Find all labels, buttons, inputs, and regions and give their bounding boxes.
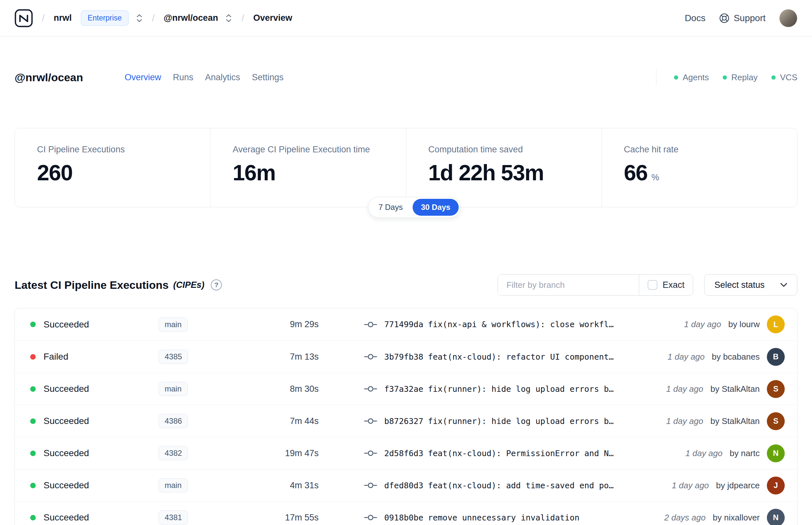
select-status-label: Select status <box>714 280 765 290</box>
stat-label: Average CI Pipeline Execution time <box>232 145 406 155</box>
branch-badge: 4382 <box>158 446 188 460</box>
table-row[interactable]: Failed 4385 7m 13s 3b79fb38feat(nx-cloud… <box>15 341 797 373</box>
indicator-label: Replay <box>732 73 758 82</box>
help-icon[interactable]: ? <box>211 280 222 290</box>
tab-runs[interactable]: Runs <box>173 73 193 82</box>
commit-subject: fix(runner): hide log upload errors b… <box>428 417 614 426</box>
top-nav: / nrwl Enterprise / @nrwl/ocean / Overvi… <box>0 0 812 36</box>
docs-link[interactable]: Docs <box>685 13 705 24</box>
status-dot-icon <box>771 75 776 79</box>
commit-message: 0918b0beremove unnecessary invalidation <box>384 513 580 522</box>
support-link[interactable]: Support <box>719 13 766 24</box>
author-label: by jdpearce <box>716 480 760 491</box>
relative-time: 1 day ago <box>668 352 704 362</box>
commit-message: 3b79fb38feat(nx-cloud): refactor UI comp… <box>384 352 614 362</box>
git-commit-icon <box>364 481 377 490</box>
status-dot <box>30 483 36 488</box>
tab-analytics[interactable]: Analytics <box>205 73 240 82</box>
git-commit-icon <box>364 385 377 393</box>
tab-settings[interactable]: Settings <box>252 73 284 82</box>
range-30-days-button[interactable]: 30 Days <box>413 199 459 216</box>
commit-message: 771499dafix(nx-api & workflows): close w… <box>384 320 614 329</box>
support-label: Support <box>734 13 766 24</box>
duration-label: 17m 55s <box>241 513 319 523</box>
commit-subject: feat(nx-cloud): add time-saved end po… <box>428 481 614 490</box>
divider <box>656 69 656 86</box>
status-label: Succeeded <box>44 512 89 523</box>
status-dot <box>30 354 36 360</box>
branch-filter-input[interactable] <box>498 274 639 295</box>
indicator-label: VCS <box>780 73 797 82</box>
exact-label: Exact <box>663 280 685 290</box>
indicator-agents[interactable]: Agents <box>674 73 709 82</box>
breadcrumb-org[interactable]: nrwl <box>53 13 72 23</box>
user-avatar[interactable] <box>779 9 797 27</box>
indicator-label: Agents <box>683 73 709 82</box>
relative-time: 1 day ago <box>685 448 722 459</box>
workspace-header: @nrwl/ocean Overview Runs Analytics Sett… <box>0 69 812 86</box>
status-dot <box>30 386 36 392</box>
stat-ci-executions: CI Pipeline Executions 260 <box>15 128 210 207</box>
commit-subject: remove unnecessary invalidation <box>428 513 580 522</box>
select-status-button[interactable]: Select status <box>704 274 797 296</box>
commit-hash: 771499da <box>384 320 423 329</box>
table-row[interactable]: Succeeded main 4m 31s dfed80d3feat(nx-cl… <box>15 469 797 501</box>
stat-time-saved: Computation time saved 1d 22h 53m <box>406 128 601 207</box>
status-dot-icon <box>674 75 678 79</box>
page-title: @nrwl/ocean <box>15 71 83 84</box>
status-label: Succeeded <box>44 480 89 491</box>
duration-label: 9m 29s <box>241 319 319 329</box>
row-avatar: N <box>767 509 785 525</box>
cipe-table: Succeeded main 9m 29s 771499dafix(nx-api… <box>15 308 797 525</box>
status-dot-icon <box>723 75 727 79</box>
branch-badge: 4385 <box>158 349 188 364</box>
table-row[interactable]: Succeeded main 8m 30s f37a32aefix(runner… <box>15 373 797 405</box>
status-label: Succeeded <box>44 448 89 459</box>
table-row[interactable]: Succeeded 4386 7m 44s b8726327fix(runner… <box>15 405 797 437</box>
commit-message: dfed80d3feat(nx-cloud): add time-saved e… <box>384 481 614 490</box>
breadcrumb-page: Overview <box>253 13 292 23</box>
stat-label: Cache hit rate <box>624 145 797 155</box>
author-label: by StalkAltan <box>710 416 760 426</box>
table-row[interactable]: Succeeded 4382 19m 47s 2d58f6d3feat(nx-c… <box>15 437 797 469</box>
cipe-section: Latest CI Pipeline Executions (CIPEs) ? … <box>15 274 797 525</box>
branch-badge: 4386 <box>158 414 188 428</box>
commit-subject: feat(nx-cloud): PermissionError and N… <box>428 449 614 458</box>
stat-value: 16m <box>232 160 275 185</box>
commit-subject: fix(nx-api & workflows): close workfl… <box>428 320 614 329</box>
row-avatar: L <box>767 315 785 333</box>
commit-subject: feat(nx-cloud): refactor UI component… <box>428 352 614 362</box>
exact-checkbox[interactable] <box>648 280 657 290</box>
relative-time: 1 day ago <box>666 416 703 426</box>
breadcrumb-workspace[interactable]: @nrwl/ocean <box>164 13 218 23</box>
commit-hash: 2d58f6d3 <box>384 449 423 458</box>
duration-label: 7m 13s <box>241 352 319 362</box>
org-selector-icon[interactable] <box>136 13 143 23</box>
table-row[interactable]: Succeeded 4381 17m 55s 0918b0beremove un… <box>15 501 797 525</box>
stat-avg-execution-time: Average CI Pipeline Execution time 16m <box>210 128 406 207</box>
tab-overview[interactable]: Overview <box>125 73 162 82</box>
table-row[interactable]: Succeeded main 9m 29s 771499dafix(nx-api… <box>15 308 797 341</box>
stat-cache-hit-rate: Cache hit rate 66 % <box>601 128 797 207</box>
cipe-section-title: Latest CI Pipeline Executions <box>15 279 169 291</box>
range-7-days-button[interactable]: 7 Days <box>370 199 411 216</box>
stat-label: Computation time saved <box>428 145 601 155</box>
workspace-selector-icon[interactable] <box>225 13 232 23</box>
status-dot <box>30 418 36 424</box>
git-commit-icon <box>364 320 377 329</box>
chevron-down-icon <box>780 283 787 287</box>
branch-badge: main <box>158 478 188 493</box>
status-label: Succeeded <box>44 416 89 426</box>
commit-subject: fix(runner): hide log upload errors b… <box>428 384 614 394</box>
row-avatar: S <box>767 380 785 398</box>
commit-message: f37a32aefix(runner): hide log upload err… <box>384 384 614 394</box>
git-commit-icon <box>364 449 377 457</box>
status-label: Succeeded <box>44 384 89 394</box>
branch-filter-group: Exact <box>497 274 693 296</box>
indicator-replay[interactable]: Replay <box>723 73 758 82</box>
status-label: Failed <box>44 351 68 362</box>
nx-cloud-logo-icon[interactable] <box>15 9 33 27</box>
indicator-vcs[interactable]: VCS <box>771 73 797 82</box>
support-icon <box>719 13 730 24</box>
relative-time: 2 days ago <box>664 513 705 523</box>
